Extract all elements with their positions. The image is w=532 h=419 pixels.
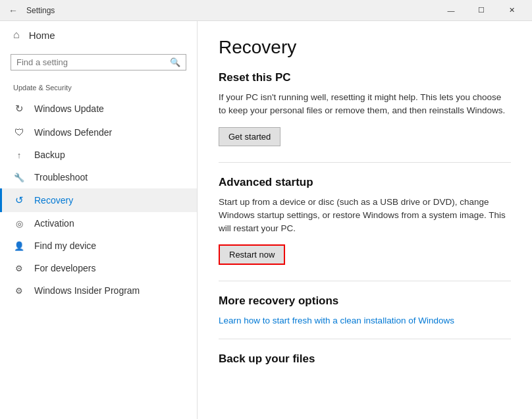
title-bar: ← Settings — ☐ ✕ [0, 0, 532, 21]
find-my-device-icon: 👤 [13, 241, 25, 251]
sidebar: ⌂ Home 🔍 Update & Security ↻ Windows Upd… [0, 21, 198, 419]
sidebar-item-troubleshoot[interactable]: 🔧 Troubleshoot [0, 166, 197, 188]
sidebar-item-for-developers[interactable]: ⚙ For developers [0, 257, 197, 279]
for-developers-icon: ⚙ [13, 264, 25, 273]
clean-install-link[interactable]: Learn how to start fresh with a clean in… [219, 316, 454, 325]
divider-1 [219, 162, 511, 163]
recovery-icon: ↺ [13, 194, 25, 206]
sidebar-item-activation[interactable]: ◎ Activation [0, 212, 197, 235]
nav-label-windows-update: Windows Update [34, 103, 104, 114]
advanced-section-desc: Start up from a device or disc (such as … [219, 196, 511, 236]
nav-label-troubleshoot: Troubleshoot [34, 172, 88, 182]
windows-defender-icon: 🛡 [13, 126, 25, 138]
divider-2 [219, 281, 511, 281]
search-input[interactable] [16, 57, 170, 67]
page-title: Recovery [219, 37, 511, 58]
section-label: Update & Security [0, 81, 197, 97]
sidebar-item-backup[interactable]: ↑ Backup [0, 144, 197, 166]
sidebar-item-windows-insider[interactable]: ⚙ Windows Insider Program [0, 279, 197, 302]
reset-section-desc: If your PC isn't running well, resetting… [219, 91, 511, 118]
nav-label-backup: Backup [34, 150, 65, 160]
maximize-button[interactable]: ☐ [466, 0, 496, 21]
minimize-button[interactable]: — [436, 0, 466, 21]
activation-icon: ◎ [13, 219, 25, 229]
more-options-title: More recovery options [219, 294, 511, 308]
reset-section-title: Reset this PC [219, 71, 511, 84]
divider-3 [219, 339, 511, 339]
close-button[interactable]: ✕ [496, 0, 527, 21]
backup-section-title: Back up your files [219, 352, 511, 366]
sidebar-item-recovery[interactable]: ↺ Recovery [0, 188, 197, 212]
get-started-button[interactable]: Get started [219, 127, 280, 146]
restart-now-button[interactable]: Restart now [219, 244, 285, 265]
windows-update-icon: ↻ [13, 103, 25, 115]
sidebar-item-windows-defender[interactable]: 🛡 Windows Defender [0, 121, 197, 144]
advanced-section-title: Advanced startup [219, 176, 511, 189]
sidebar-item-home[interactable]: ⌂ Home [0, 21, 197, 49]
nav-label-windows-defender: Windows Defender [34, 127, 112, 138]
windows-insider-icon: ⚙ [13, 286, 25, 296]
sidebar-item-windows-update[interactable]: ↻ Windows Update [0, 97, 197, 121]
nav-label-find-my-device: Find my device [34, 240, 96, 251]
nav-label-activation: Activation [34, 218, 74, 229]
search-icon[interactable]: 🔍 [170, 57, 180, 67]
main-panel: Recovery Reset this PC If your PC isn't … [198, 21, 532, 419]
search-box: 🔍 [11, 54, 186, 70]
nav-label-for-developers: For developers [34, 263, 95, 273]
window-title: Settings [26, 6, 436, 15]
nav-label-windows-insider: Windows Insider Program [34, 285, 140, 296]
home-label: Home [29, 30, 55, 41]
home-icon: ⌂ [13, 29, 20, 41]
back-button[interactable]: ← [5, 3, 21, 18]
app-body: ⌂ Home 🔍 Update & Security ↻ Windows Upd… [0, 21, 532, 419]
window-controls: — ☐ ✕ [436, 0, 527, 21]
backup-icon: ↑ [13, 150, 25, 160]
nav-label-recovery: Recovery [34, 195, 73, 206]
sidebar-item-find-my-device[interactable]: 👤 Find my device [0, 235, 197, 257]
troubleshoot-icon: 🔧 [13, 173, 25, 182]
